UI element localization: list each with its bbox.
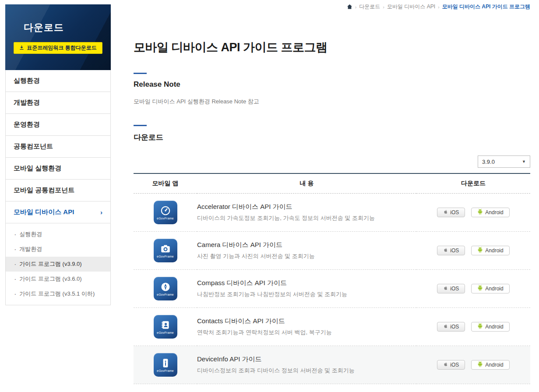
sidebar-subitem-dev[interactable]: · 개발환경 <box>6 242 110 257</box>
sidebar-item-common-components[interactable]: 공통컴포넌트 <box>6 136 110 158</box>
release-note-heading: Release Note <box>134 80 530 89</box>
bullet-icon: · <box>14 291 16 297</box>
table-row: eGovFrame DeviceInfo API 가이드 디바이스정보의 조회과… <box>134 346 530 384</box>
apple-icon <box>443 361 448 368</box>
app-description: 나침반정보 조회기능과 나침반정보의 서버전송 및 조회기능 <box>197 290 416 298</box>
accelerator-icon: eGovFrame <box>154 201 177 224</box>
ios-button-label: iOS <box>450 286 459 292</box>
chevron-right-icon: › <box>100 208 102 216</box>
release-note-body: 모바일 디바이스 API 실행환경 Release Note 참고 <box>134 98 530 106</box>
tile-caption: eGovFrame <box>157 255 174 258</box>
sidebar-subitem-label: 가이드 프로그램 (v3.5.1 이하) <box>19 290 95 298</box>
sidebar-subitem-runtime[interactable]: · 실행환경 <box>6 227 110 242</box>
app-description: 디바이스정보의 조회과 디바이스 정보의 서버전송 및 조회기능 <box>197 367 416 374</box>
app-title: Camera 디바이스 API 가이드 <box>197 241 416 249</box>
sidebar-subitem-guide-v390[interactable]: · 가이드 프로그램 (v3.9.0) <box>6 257 110 272</box>
column-header-content: 내 용 <box>197 173 416 194</box>
version-select[interactable]: 3.9.0 ▼ <box>478 155 530 168</box>
apple-icon <box>443 323 448 330</box>
table-row: eGovFrame Compass 디바이스 API 가이드 나침반정보 조회기… <box>134 270 530 308</box>
app-description: 연락처 조회기능과 연락처정보의 서버 백업, 복구기능 <box>197 328 416 336</box>
sidebar-item-label: 공통컴포넌트 <box>14 142 53 151</box>
android-button-label: Android <box>485 324 503 330</box>
download-icon <box>19 45 24 51</box>
app-title: DeviceInfo API 가이드 <box>197 355 416 364</box>
android-button-label: Android <box>485 247 503 254</box>
android-button-label: Android <box>485 362 503 368</box>
android-button-label: Android <box>485 209 503 215</box>
app-description: 디바이스의 가속도정보 조회기능, 가속도 정보의 서버전송 및 조회기능 <box>197 214 416 222</box>
bullet-icon: · <box>14 261 16 268</box>
android-icon <box>477 323 483 331</box>
android-download-button[interactable]: Android <box>471 284 509 293</box>
tile-caption: eGovFrame <box>157 369 174 372</box>
table-row: eGovFrame Camera 디바이스 API 가이드 사진 촬영 기능과 … <box>134 232 530 270</box>
sidebar-item-label: 개발환경 <box>14 99 40 107</box>
android-icon <box>477 361 483 369</box>
ios-download-button[interactable]: iOS <box>437 322 465 332</box>
apple-icon <box>443 285 448 292</box>
sidebar-subitem-guide-v351[interactable]: · 가이드 프로그램 (v3.5.1 이하) <box>6 286 110 301</box>
page-title: 모바일 디바이스 API 가이드 프로그램 <box>134 39 530 55</box>
section-bar <box>134 73 147 74</box>
android-download-button[interactable]: Android <box>471 360 509 370</box>
sidebar-item-label: 실행환경 <box>14 77 40 85</box>
sidebar: 다운로드 표준프레임워크 통합다운로드 실행환경 개발환경 운영환경 공통컴포넌… <box>5 4 111 305</box>
ios-button-label: iOS <box>450 362 459 368</box>
sidebar-item-ops[interactable]: 운영환경 <box>6 114 110 136</box>
sidebar-subitem-label: 가이드 프로그램 (v3.9.0) <box>19 260 81 268</box>
android-icon <box>477 208 483 216</box>
sidebar-item-label: 모바일 공통컴포넌트 <box>14 186 74 194</box>
compass-icon: eGovFrame <box>154 277 177 300</box>
table-header-row: 모바일 앱 내 용 다운로드 <box>134 173 530 194</box>
android-button-label: Android <box>485 286 503 292</box>
chevron-down-icon: ▼ <box>522 159 526 164</box>
android-icon <box>477 285 483 293</box>
column-header-download: 다운로드 <box>416 173 530 194</box>
bullet-icon: · <box>14 246 16 253</box>
app-title: Accelerator 디바이스 API 가이드 <box>197 203 416 211</box>
ios-download-button[interactable]: iOS <box>437 246 465 255</box>
sidebar-item-runtime[interactable]: 실행환경 <box>6 70 110 92</box>
camera-icon: eGovFrame <box>154 239 177 262</box>
ios-button-label: iOS <box>450 324 459 330</box>
android-download-button[interactable]: Android <box>471 246 509 255</box>
bullet-icon: · <box>14 276 16 283</box>
sidebar-item-mobile-common-components[interactable]: 모바일 공통컴포넌트 <box>6 180 110 201</box>
sidebar-item-label: 모바일 디바이스 API <box>14 208 74 216</box>
sidebar-item-label: 운영환경 <box>14 120 40 129</box>
sidebar-item-dev[interactable]: 개발환경 <box>6 92 110 114</box>
download-table: 모바일 앱 내 용 다운로드 eGovFrame Accelerator 디바이… <box>134 173 530 384</box>
sidebar-subitem-guide-v360[interactable]: · 가이드 프로그램 (v3.6.0) <box>6 272 110 286</box>
contacts-icon: eGovFrame <box>154 315 177 339</box>
table-row: eGovFrame Accelerator 디바이스 API 가이드 디바이스의… <box>134 194 530 232</box>
app-description: 사진 촬영 기능과 사진의 서버전송 및 조회기능 <box>197 252 416 260</box>
sidebar-subitem-label: 개발환경 <box>19 245 42 253</box>
ios-download-button[interactable]: iOS <box>437 208 465 217</box>
android-download-button[interactable]: Android <box>471 208 509 217</box>
column-header-app: 모바일 앱 <box>134 173 197 194</box>
page: › 다운로드 › 모바일 디바이스 API › 모바일 디바이스 API 가이드… <box>0 0 539 392</box>
version-select-value: 3.9.0 <box>482 159 495 165</box>
integrated-download-button[interactable]: 표준프레임워크 통합다운로드 <box>14 42 102 54</box>
table-row: eGovFrame Contacts 디바이스 API 가이드 연락처 조회기능… <box>134 308 530 346</box>
sidebar-menu: 실행환경 개발환경 운영환경 공통컴포넌트 모바일 실행환경 모바일 공통컴포넌… <box>5 70 111 305</box>
sidebar-subitem-label: 실행환경 <box>19 230 42 238</box>
tile-caption: eGovFrame <box>157 331 174 334</box>
ios-button-label: iOS <box>450 247 459 254</box>
android-download-button[interactable]: Android <box>471 322 509 332</box>
tile-caption: eGovFrame <box>157 293 174 296</box>
ios-download-button[interactable]: iOS <box>437 360 465 370</box>
sidebar-item-mobile-runtime[interactable]: 모바일 실행환경 <box>6 158 110 180</box>
bullet-icon: · <box>14 231 16 238</box>
apple-icon <box>443 209 448 216</box>
ios-download-button[interactable]: iOS <box>437 284 465 293</box>
sidebar-subitem-label: 가이드 프로그램 (v3.6.0) <box>19 275 81 283</box>
sidebar-header: 다운로드 표준프레임워크 통합다운로드 <box>5 4 111 70</box>
download-heading: 다운로드 <box>134 132 530 142</box>
sidebar-item-mobile-device-api[interactable]: 모바일 디바이스 API › <box>6 201 110 223</box>
app-title: Compass 디바이스 API 가이드 <box>197 279 416 287</box>
sidebar-item-label: 모바일 실행환경 <box>14 164 61 173</box>
android-icon <box>477 247 483 254</box>
main-content: 모바일 디바이스 API 가이드 프로그램 Release Note 모바일 디… <box>134 0 530 384</box>
